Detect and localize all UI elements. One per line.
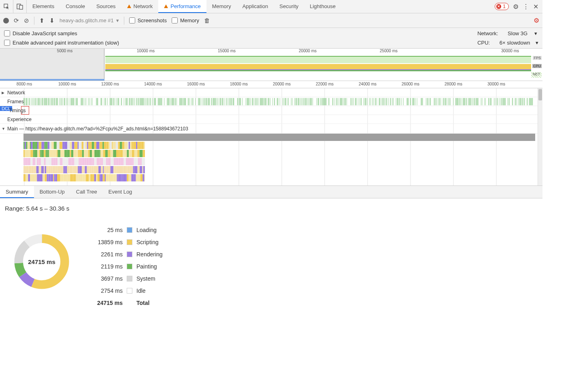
device-toggle-icon[interactable]	[13, 0, 27, 13]
svg-rect-802	[100, 150, 103, 157]
gear-icon[interactable]: ⚙	[513, 3, 519, 11]
svg-rect-1539	[79, 174, 80, 181]
main-track[interactable]: ▼Main — https://heavy-ads.glitch.me/?ad=…	[0, 124, 542, 134]
svg-rect-2	[19, 5, 23, 9]
svg-rect-406	[427, 98, 427, 105]
svg-rect-323	[325, 98, 326, 105]
close-icon[interactable]: ✕	[533, 3, 538, 11]
kebab-menu-icon[interactable]: ⋮	[523, 3, 529, 11]
svg-rect-39	[44, 98, 44, 105]
svg-rect-119	[127, 98, 127, 105]
svg-rect-365	[376, 98, 377, 105]
svg-rect-394	[410, 98, 411, 105]
legend-row: 3697 msSystem	[88, 273, 163, 285]
svg-rect-80	[81, 98, 81, 105]
svg-rect-1560	[117, 174, 118, 181]
svg-rect-534	[80, 142, 82, 149]
svg-rect-310	[313, 98, 313, 105]
svg-rect-1063	[132, 158, 134, 165]
tab-console[interactable]: Console	[60, 0, 91, 13]
svg-rect-462	[485, 98, 486, 105]
disable-js-checkbox[interactable]: Disable JavaScript samples	[4, 30, 477, 36]
svg-rect-128	[134, 98, 135, 105]
svg-rect-273	[272, 98, 273, 105]
reload-icon[interactable]: ⟳	[14, 17, 19, 24]
cpu-throttle-select[interactable]: CPU: 6× slowdown ▾	[477, 40, 538, 46]
subtab-bottom-up[interactable]: Bottom-Up	[34, 186, 70, 198]
advanced-paint-checkbox[interactable]: Enable advanced paint instrumentation (s…	[4, 40, 477, 46]
timings-track[interactable]: DCLTimings	[0, 106, 542, 115]
tab-security[interactable]: Security	[274, 0, 304, 13]
svg-rect-71	[72, 98, 72, 105]
tab-sources[interactable]: Sources	[91, 0, 121, 13]
svg-rect-1555	[106, 174, 108, 181]
upload-icon[interactable]: ⬆	[39, 17, 45, 24]
svg-rect-1276	[44, 166, 45, 173]
svg-rect-538	[87, 142, 88, 149]
svg-rect-1061	[126, 158, 129, 165]
svg-rect-1308	[108, 166, 110, 173]
svg-rect-467	[491, 98, 491, 105]
svg-rect-1569	[134, 174, 136, 181]
svg-rect-61	[62, 98, 62, 105]
svg-rect-383	[398, 98, 398, 105]
flame-chart[interactable]	[0, 134, 542, 184]
subtab-event-log[interactable]: Event Log	[103, 186, 138, 198]
svg-rect-225	[225, 98, 225, 105]
tracks-scrollbar[interactable]	[538, 88, 542, 185]
svg-rect-107	[113, 98, 113, 105]
frames-track[interactable]: Frames	[0, 97, 542, 106]
recording-select[interactable]: heavy-ads.glitch.me #1▾	[60, 17, 119, 23]
download-icon[interactable]: ⬇	[49, 17, 55, 24]
svg-rect-20	[26, 98, 27, 105]
tab-application[interactable]: Application	[237, 0, 274, 13]
tab-network[interactable]: Network	[121, 0, 159, 13]
detail-ruler[interactable]: 8000 ms10000 ms12000 ms14000 ms16000 ms1…	[0, 81, 542, 88]
svg-rect-1038	[74, 158, 77, 165]
svg-rect-402	[421, 98, 422, 105]
svg-rect-1028	[51, 158, 53, 165]
svg-rect-522	[51, 142, 54, 149]
svg-rect-514	[35, 142, 37, 149]
svg-rect-530	[72, 142, 74, 149]
network-track[interactable]: ▶Network	[0, 88, 542, 97]
svg-rect-413	[436, 98, 436, 105]
subtab-call-tree[interactable]: Call Tree	[70, 186, 103, 198]
svg-rect-250	[252, 98, 252, 105]
capture-settings-icon[interactable]: ⚙	[534, 17, 539, 24]
svg-rect-1032	[60, 158, 61, 165]
svg-rect-342	[347, 98, 347, 105]
svg-rect-298	[302, 98, 303, 105]
legend-row: 2261 msRendering	[88, 248, 163, 260]
clear-icon[interactable]: ⊘	[24, 17, 29, 24]
tab-elements[interactable]: Elements	[27, 0, 60, 13]
svg-rect-1280	[51, 166, 53, 173]
memory-checkbox[interactable]: Memory	[172, 17, 199, 23]
svg-rect-59	[59, 98, 60, 105]
svg-rect-1040	[79, 158, 80, 165]
error-badge[interactable]: ✕1	[495, 3, 509, 10]
svg-rect-24	[30, 98, 30, 105]
record-button[interactable]	[3, 18, 9, 23]
svg-rect-779	[53, 150, 54, 157]
tab-performance[interactable]: Performance	[158, 0, 206, 13]
tab-lighthouse[interactable]: Lighthouse	[304, 0, 341, 13]
svg-rect-421	[445, 98, 445, 105]
svg-rect-74	[73, 98, 74, 105]
tracks-panel[interactable]: ▶Network Frames DCLTimings Experience ▼M…	[0, 88, 542, 185]
svg-rect-472	[499, 98, 500, 105]
svg-rect-381	[396, 98, 396, 105]
network-throttle-select[interactable]: Network: Slow 3G ▾	[477, 30, 537, 36]
subtab-summary[interactable]: Summary	[0, 186, 34, 198]
overview-strip[interactable]: 5000 ms10000 ms15000 ms20000 ms25000 ms3…	[0, 49, 542, 81]
experience-track[interactable]: Experience	[0, 115, 542, 124]
inspect-icon[interactable]	[0, 0, 13, 13]
tab-memory[interactable]: Memory	[206, 0, 237, 13]
svg-rect-82	[82, 98, 82, 105]
svg-rect-1530	[62, 174, 64, 181]
trash-icon[interactable]: 🗑	[204, 17, 210, 24]
svg-rect-87	[88, 98, 89, 105]
screenshots-checkbox[interactable]: Screenshots	[129, 17, 167, 23]
svg-rect-307	[310, 98, 311, 105]
svg-rect-256	[257, 98, 257, 105]
